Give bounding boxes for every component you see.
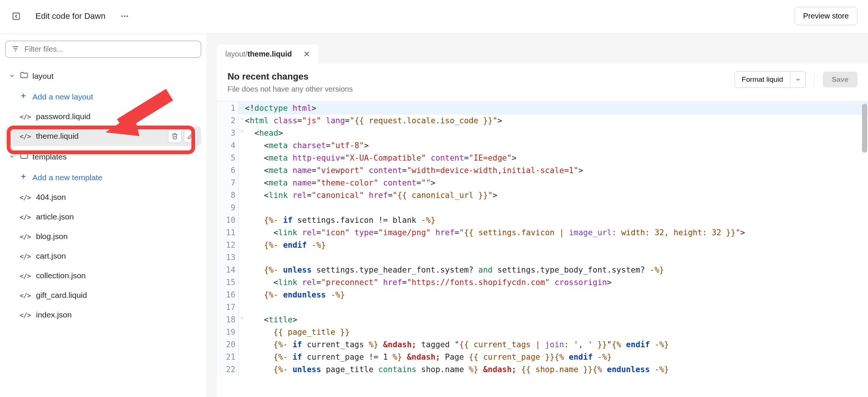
code-icon: </> <box>20 132 31 140</box>
svg-rect-0 <box>13 13 19 19</box>
add-new-layout-link[interactable]: Add a new layout <box>5 87 201 107</box>
file-item[interactable]: </>article.json <box>5 207 201 227</box>
file-item[interactable]: </>collection.json <box>5 266 201 285</box>
file-item[interactable]: </>cart.json <box>5 246 201 266</box>
file-item[interactable]: </>index.json <box>5 305 201 325</box>
file-name: gift_card.liquid <box>36 291 87 300</box>
editor-area: layout/theme.liquid ✕ No recent changes … <box>206 34 868 397</box>
tab-path-file: theme.liquid <box>248 50 292 58</box>
delete-file-button[interactable] <box>168 129 182 143</box>
exit-icon[interactable] <box>11 11 22 22</box>
folder-icon <box>20 151 29 162</box>
add-link-label: Add a new template <box>32 173 102 182</box>
folder-layout[interactable]: layout <box>5 65 201 87</box>
format-dropdown-button[interactable] <box>790 71 806 88</box>
folder-icon <box>20 71 29 81</box>
tab-path-prefix: layout/ <box>225 50 248 58</box>
file-name: cart.json <box>36 251 66 261</box>
chevron-down-icon <box>9 72 16 81</box>
folder-label: layout <box>32 72 53 81</box>
file-tab[interactable]: layout/theme.liquid ✕ <box>217 44 318 64</box>
file-name: collection.json <box>36 271 86 280</box>
code-icon: </> <box>20 272 31 280</box>
editor-header-title: No recent changes <box>228 71 353 82</box>
divider <box>814 72 815 87</box>
format-liquid-button[interactable]: Format liquid <box>735 71 790 88</box>
editor-header-subtitle: File does not have any other versions <box>228 85 353 94</box>
svg-point-3 <box>127 15 128 17</box>
file-item[interactable]: </>404.json <box>5 187 201 207</box>
save-button[interactable]: Save <box>823 72 857 87</box>
code-icon: </> <box>20 213 31 221</box>
file-name: theme.liquid <box>36 132 79 141</box>
file-sidebar: layoutAdd a new layout</>password.liquid… <box>0 34 206 397</box>
file-name: 404.json <box>36 193 66 202</box>
header-bar: Edit code for Dawn Preview store <box>0 0 868 34</box>
file-name: password.liquid <box>36 112 91 121</box>
svg-point-1 <box>121 15 123 17</box>
code-editor[interactable]: 12345678910111213141516171819202122 ˅˅˅ … <box>217 101 868 397</box>
chevron-down-icon <box>9 152 16 161</box>
rename-file-button[interactable] <box>184 129 197 143</box>
code-icon: </> <box>20 113 31 121</box>
code-icon: </> <box>20 252 31 260</box>
more-menu-icon[interactable] <box>119 11 130 22</box>
file-item[interactable]: </>blog.json <box>5 227 201 246</box>
editor-scrollbar-thumb[interactable] <box>862 104 867 153</box>
plus-icon <box>20 173 27 182</box>
svg-point-2 <box>124 15 125 17</box>
code-icon: </> <box>20 193 31 201</box>
folder-templates[interactable]: templates <box>5 146 201 167</box>
add-link-label: Add a new layout <box>32 92 93 101</box>
code-icon: </> <box>20 233 31 241</box>
file-name: blog.json <box>36 232 68 241</box>
file-item[interactable]: </>theme.liquid <box>5 126 201 146</box>
plus-icon <box>20 92 27 101</box>
filter-files-input[interactable] <box>5 41 201 58</box>
folder-label: templates <box>32 152 67 161</box>
file-name: index.json <box>36 310 72 319</box>
file-item[interactable]: </>gift_card.liquid <box>5 285 201 305</box>
preview-store-button[interactable]: Preview store <box>795 7 857 25</box>
page-title: Edit code for Dawn <box>35 11 105 21</box>
file-item[interactable]: </>password.liquid <box>5 107 201 126</box>
file-name: article.json <box>36 212 74 221</box>
line-number-gutter: 12345678910111213141516171819202122 <box>217 101 239 376</box>
filter-icon <box>11 44 20 54</box>
fold-column: ˅˅˅ <box>239 101 245 376</box>
close-tab-icon[interactable]: ✕ <box>303 50 310 58</box>
add-new-templates-link[interactable]: Add a new template <box>5 167 201 187</box>
editor-header: No recent changes File does not have any… <box>217 64 868 101</box>
code-icon: </> <box>20 291 31 299</box>
code-body[interactable]: <!doctype html><html class="js" lang="{{… <box>245 101 868 376</box>
code-icon: </> <box>20 311 31 319</box>
